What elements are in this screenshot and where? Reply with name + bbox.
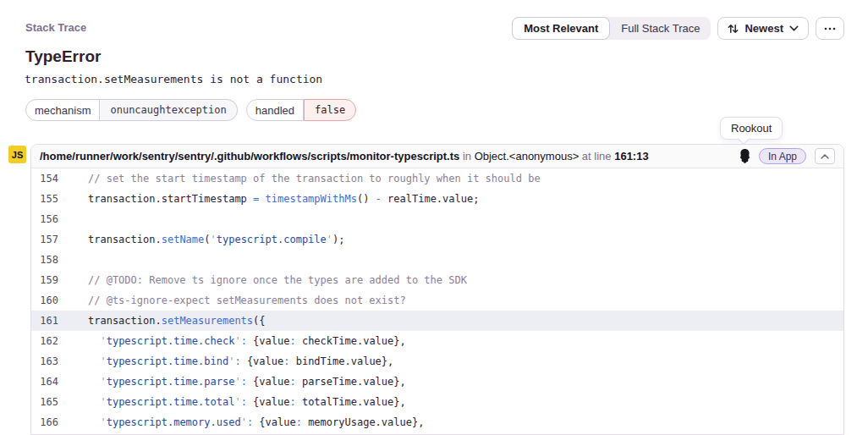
section-title: Stack Trace (25, 21, 86, 34)
segment-most-relevant[interactable]: Most Relevant (512, 17, 610, 40)
sort-newest-button[interactable]: Newest (717, 17, 809, 40)
javascript-platform-badge: JS (8, 146, 26, 163)
tag-value: onuncaughtexception (100, 99, 237, 121)
line-number: 156 (31, 209, 65, 229)
ellipsis-icon (824, 27, 836, 30)
chevron-up-icon (821, 154, 829, 159)
frame-header[interactable]: /home/runner/work/sentry/sentry/.github/… (31, 145, 843, 168)
line-number: 161 (31, 311, 65, 331)
rookout-icon[interactable] (739, 149, 750, 163)
line-number: 165 (31, 392, 65, 412)
code-content: // set the start timestamp of the transa… (88, 168, 541, 189)
code-content: transaction.setMeasurements({ (88, 311, 266, 331)
frame-location: /home/runner/work/sentry/sentry/.github/… (40, 150, 739, 162)
frame-line-column: 161:13 (614, 150, 648, 162)
code-line: 162 'typescript.time.check': {value: che… (31, 331, 843, 351)
stack-frame: /home/runner/work/sentry/sentry/.github/… (30, 144, 844, 435)
line-number: 155 (31, 189, 65, 209)
frame-function-name: Object.<anonymous> (475, 150, 580, 162)
segment-full-stack-trace[interactable]: Full Stack Trace (610, 17, 711, 40)
frame-header-actions: In App (739, 148, 835, 164)
code-lines: 154// set the start timestamp of the tra… (31, 168, 843, 432)
frame-in-word: in (463, 150, 475, 162)
code-content: 'typescript.time.total': {value: totalTi… (88, 392, 406, 412)
tag-value: false (304, 99, 356, 121)
rookout-tooltip: Rookout (720, 117, 783, 140)
code-line: 156 (31, 209, 843, 229)
code-line: 161transaction.setMeasurements({ (31, 311, 843, 331)
line-number: 154 (31, 168, 65, 189)
sort-button-label: Newest (744, 22, 783, 35)
line-number: 160 (31, 290, 65, 311)
code-line: 155transaction.startTimestamp = timestam… (31, 189, 843, 209)
code-content: transaction.startTimestamp = timestampWi… (88, 189, 479, 209)
code-line: 166 'typescript.memory.used': {value: me… (31, 412, 843, 432)
sort-arrows-icon (728, 24, 739, 34)
line-number: 162 (31, 331, 65, 351)
code-line: 158 (31, 250, 843, 270)
line-number: 157 (31, 229, 65, 250)
code-content: transaction.setName('typescript.compile'… (88, 229, 344, 250)
display-mode-segmented-control: Most Relevant Full Stack Trace (512, 17, 711, 40)
code-content: 'typescript.time.parse': {value: parseTi… (88, 372, 406, 392)
collapse-frame-button[interactable] (815, 148, 835, 164)
code-line: 154// set the start timestamp of the tra… (31, 168, 843, 189)
line-number: 164 (31, 372, 65, 392)
line-number: 166 (31, 412, 65, 432)
code-content: // @TODO: Remove ts ignore once the type… (88, 270, 467, 290)
stack-trace-panel: Stack Trace Most Relevant Full Stack Tra… (0, 0, 868, 435)
frame-file-path: /home/runner/work/sentry/sentry/.github/… (40, 150, 459, 162)
line-number: 159 (31, 270, 65, 290)
chevron-down-icon (789, 25, 799, 31)
error-message: transaction.setMeasurements is not a fun… (25, 73, 322, 85)
error-type-title: TypeError (25, 47, 101, 66)
code-content: // @ts-ignore-expect setMeasurements doe… (88, 290, 406, 311)
more-options-button[interactable] (816, 17, 844, 40)
line-number: 163 (31, 351, 65, 372)
code-line: 159// @TODO: Remove ts ignore once the t… (31, 270, 843, 290)
code-content: 'typescript.time.check': {value: checkTi… (88, 331, 406, 351)
toolbar: Most Relevant Full Stack Trace Newest (512, 17, 844, 40)
code-line: 157transaction.setName('typescript.compi… (31, 229, 843, 250)
code-content: 'typescript.time.bind': {value: bindTime… (88, 351, 393, 372)
code-line: 164 'typescript.time.parse': {value: par… (31, 372, 843, 392)
tag-list: mechanism onuncaughtexception handled fa… (25, 99, 356, 121)
tag-key: handled (246, 99, 304, 121)
frame-at-line-words: at line (582, 150, 614, 162)
code-line: 160// @ts-ignore-expect setMeasurements … (31, 290, 843, 311)
code-content: 'typescript.memory.used': {value: memory… (88, 412, 424, 432)
code-line: 165 'typescript.time.total': {value: tot… (31, 392, 843, 412)
in-app-badge: In App (759, 148, 806, 164)
tag-mechanism[interactable]: mechanism onuncaughtexception (25, 99, 238, 121)
tag-key: mechanism (25, 99, 100, 121)
tag-handled[interactable]: handled false (246, 99, 356, 121)
code-line: 163 'typescript.time.bind': {value: bind… (31, 351, 843, 372)
line-number: 158 (31, 250, 65, 270)
